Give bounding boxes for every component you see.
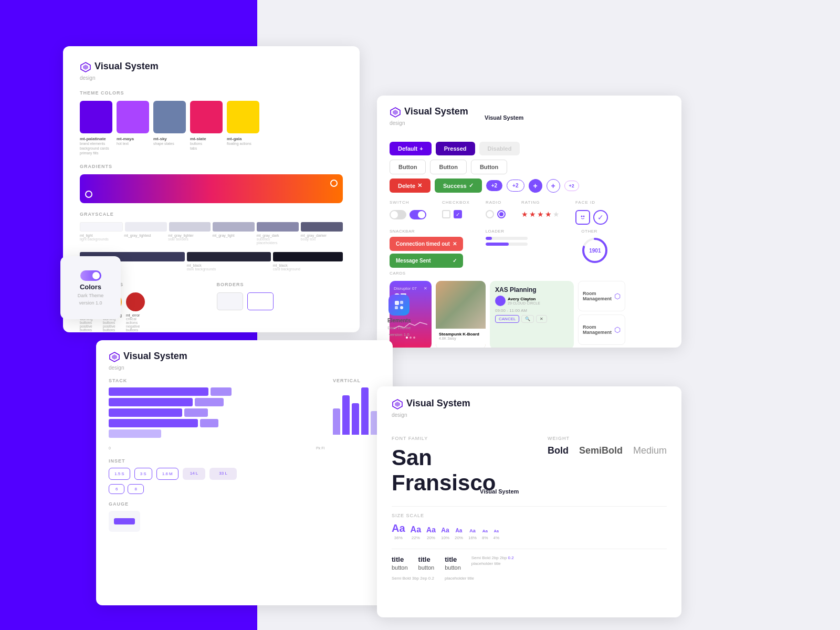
btn-circle-plus[interactable]: + bbox=[529, 179, 542, 193]
btn-pressed[interactable]: Pressed bbox=[436, 142, 475, 155]
checkbox-unchecked[interactable] bbox=[442, 210, 450, 218]
room-label-1: Room Management bbox=[583, 291, 614, 301]
star-3[interactable]: ★ bbox=[537, 210, 544, 218]
radio-group: RADIO bbox=[486, 200, 506, 218]
borders-col: BORDERS bbox=[217, 282, 343, 332]
divider-2 bbox=[392, 549, 667, 549]
ts-item-1: Semi Bold 3bp 2ep 0.2 bbox=[392, 576, 434, 581]
switch-off[interactable] bbox=[390, 210, 406, 219]
rating-group: RATING ★ ★ ★ ★ ★ bbox=[521, 200, 560, 218]
schedule-title: XAS Planning bbox=[495, 286, 569, 293]
faceid-frame[interactable] bbox=[575, 210, 590, 225]
svg-rect-10 bbox=[395, 306, 398, 309]
btn-outline-2[interactable]: Button bbox=[430, 160, 466, 174]
text-col-4: Semi Bold 2bp 2bp 0.2 placeholder title bbox=[471, 555, 514, 572]
vertical-bars bbox=[333, 387, 380, 435]
swatch-label-maya: mt-maya hot text bbox=[117, 136, 149, 155]
inset-2: 3 S bbox=[134, 468, 152, 480]
mini-cards-row: Disruptor 07 ✕ 87 PM income bbox=[390, 281, 669, 348]
photo-stat: 4.8K 3aisy bbox=[439, 337, 482, 340]
schedule-wallet-col: XAS Planning Avery Clayton 29 CLOUD CIRC… bbox=[490, 281, 574, 348]
btn-outline-3[interactable]: Button bbox=[471, 160, 507, 174]
size-item-1: Aa 36% bbox=[392, 522, 405, 540]
gradients-label: GRADIENTS bbox=[80, 164, 343, 169]
btn-success[interactable]: Success ✓ bbox=[435, 178, 482, 193]
schedule-search-btn[interactable]: 🔍 bbox=[521, 315, 534, 323]
svg-point-4 bbox=[581, 216, 582, 217]
svg-marker-1 bbox=[83, 65, 88, 70]
grayscale-bar-5 bbox=[257, 222, 299, 232]
swatch-label-palatinate: mt-palatinate brand elementsbackground c… bbox=[80, 136, 112, 155]
radio-selected[interactable] bbox=[497, 210, 506, 218]
loader-track-2 bbox=[486, 243, 528, 246]
star-4[interactable]: ★ bbox=[545, 210, 552, 218]
gradient-dot-left bbox=[85, 191, 92, 198]
faceid-check[interactable]: ✓ bbox=[593, 210, 608, 225]
bar-row-2 bbox=[109, 398, 324, 406]
inset-3: 1.6 M bbox=[156, 468, 178, 480]
elements-header: Visual System design bbox=[390, 106, 669, 135]
border-sample-1 bbox=[217, 292, 243, 310]
gradient-bar bbox=[80, 174, 343, 203]
vbar-1 bbox=[333, 408, 340, 435]
btn-delete[interactable]: Delete ✕ bbox=[390, 178, 430, 193]
phone-header: Disruptor 07 ✕ bbox=[394, 286, 427, 291]
vbar-4 bbox=[361, 387, 369, 435]
btn-outline-1[interactable]: Button bbox=[390, 160, 426, 174]
controls-row: SWITCH CHECKBOX ✓ RADIO bbox=[390, 200, 669, 225]
elements-subtitle: design bbox=[390, 120, 468, 126]
room-icon-2: ⬡ bbox=[614, 326, 621, 334]
swatch-maya bbox=[117, 101, 149, 133]
switch-on[interactable] bbox=[410, 210, 426, 219]
loader-section: LOADER bbox=[486, 229, 573, 268]
main-wrapper: Visual System design THEME COLORS mt-pal… bbox=[0, 0, 840, 630]
elements-logo-icon bbox=[390, 107, 401, 118]
photo-title: Steampunk K-Board bbox=[439, 332, 482, 337]
loader-label: LOADER bbox=[486, 229, 573, 234]
radio-unselected[interactable] bbox=[486, 210, 494, 218]
btn-default[interactable]: Default + bbox=[390, 142, 432, 155]
font-weights: Bold SemiBold Medium bbox=[548, 445, 667, 456]
weight-label: WEIGHT bbox=[548, 436, 667, 441]
star-5[interactable]: ★ bbox=[553, 210, 560, 218]
card-colors-subtitle: design bbox=[80, 75, 343, 81]
size-item-7: Aa 8% bbox=[482, 525, 488, 540]
btn-small-outline[interactable]: +2 bbox=[564, 181, 579, 191]
gradient-dot-right bbox=[330, 180, 338, 187]
stack-section: STACK bbox=[109, 378, 324, 450]
checkbox-label: CHECKBOX bbox=[442, 200, 470, 205]
switch-label: SWITCH bbox=[390, 200, 426, 205]
schedule-cancel-btn[interactable]: CANCEL bbox=[495, 315, 519, 323]
elements-logo-row: Visual System bbox=[390, 106, 468, 118]
photo-card-image bbox=[436, 281, 486, 329]
bar-row-5 bbox=[109, 429, 324, 438]
vertical-label: VERTICAL bbox=[333, 378, 380, 383]
divider-1 bbox=[392, 506, 667, 507]
btn-badge-count[interactable]: +2 bbox=[486, 180, 502, 191]
text-col-3: title button bbox=[445, 555, 461, 572]
text-col-1: title button bbox=[392, 555, 408, 572]
btn-circle-outline[interactable]: + bbox=[547, 179, 560, 193]
swatch-labels: mt-palatinate brand elementsbackground c… bbox=[80, 136, 343, 155]
colors-dark-label: Dark Theme bbox=[78, 293, 103, 298]
cards-section-label: CARDS bbox=[390, 271, 669, 276]
schedule-close-btn[interactable]: ✕ bbox=[536, 315, 547, 323]
buttons-action-row: Delete ✕ Success ✓ +2 +2 + + +2 bbox=[390, 178, 669, 193]
svg-rect-8 bbox=[395, 301, 399, 305]
gauge-section bbox=[109, 511, 380, 532]
theme-swatches bbox=[80, 101, 343, 133]
size-scale-label: SIZE SCALE bbox=[392, 513, 667, 518]
schedule-name: Avery Clayton bbox=[508, 297, 540, 301]
sidebar-toggle[interactable] bbox=[80, 270, 101, 281]
text-styles-grid: title button title button title button S… bbox=[392, 555, 667, 572]
room-card-2: Room Management ⬡ bbox=[578, 314, 625, 345]
star-1[interactable]: ★ bbox=[521, 210, 528, 218]
card-colors-title: Visual System bbox=[94, 61, 159, 72]
star-2[interactable]: ★ bbox=[529, 210, 536, 218]
checkbox-checked[interactable]: ✓ bbox=[454, 210, 462, 218]
photo-card-body: Steampunk K-Board 4.8K 3aisy bbox=[436, 329, 486, 348]
charts-subtitle: design bbox=[109, 365, 380, 371]
btn-badge-outline[interactable]: +2 bbox=[507, 180, 524, 192]
inset-4: 14 L bbox=[183, 468, 206, 480]
inset-5: 33 L bbox=[209, 468, 237, 480]
